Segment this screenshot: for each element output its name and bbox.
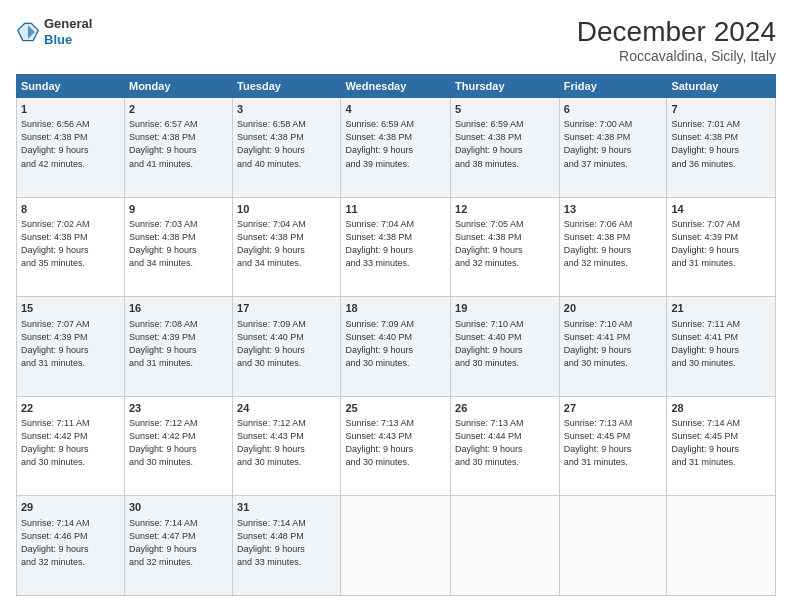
day-info: Sunrise: 7:09 AMSunset: 4:40 PMDaylight:…: [345, 318, 446, 370]
day-info: Sunrise: 7:04 AMSunset: 4:38 PMDaylight:…: [345, 218, 446, 270]
page: General Blue December 2024 Roccavaldina,…: [0, 0, 792, 612]
calendar-cell: 10Sunrise: 7:04 AMSunset: 4:38 PMDayligh…: [233, 197, 341, 297]
calendar-cell: 16Sunrise: 7:08 AMSunset: 4:39 PMDayligh…: [124, 297, 232, 397]
day-number: 20: [564, 301, 663, 316]
day-info: Sunrise: 7:10 AMSunset: 4:41 PMDaylight:…: [564, 318, 663, 370]
week-row-3: 15Sunrise: 7:07 AMSunset: 4:39 PMDayligh…: [17, 297, 776, 397]
day-info: Sunrise: 7:01 AMSunset: 4:38 PMDaylight:…: [671, 118, 771, 170]
title-block: December 2024 Roccavaldina, Sicily, Ital…: [577, 16, 776, 64]
calendar-table: SundayMondayTuesdayWednesdayThursdayFrid…: [16, 74, 776, 596]
day-info: Sunrise: 7:13 AMSunset: 4:43 PMDaylight:…: [345, 417, 446, 469]
calendar-cell: 29Sunrise: 7:14 AMSunset: 4:46 PMDayligh…: [17, 496, 125, 596]
day-number: 30: [129, 500, 228, 515]
day-info: Sunrise: 6:59 AMSunset: 4:38 PMDaylight:…: [345, 118, 446, 170]
week-row-1: 1Sunrise: 6:56 AMSunset: 4:38 PMDaylight…: [17, 98, 776, 198]
day-number: 29: [21, 500, 120, 515]
day-of-week-tuesday: Tuesday: [233, 75, 341, 98]
day-info: Sunrise: 6:58 AMSunset: 4:38 PMDaylight:…: [237, 118, 336, 170]
calendar-cell: 25Sunrise: 7:13 AMSunset: 4:43 PMDayligh…: [341, 396, 451, 496]
week-row-5: 29Sunrise: 7:14 AMSunset: 4:46 PMDayligh…: [17, 496, 776, 596]
day-info: Sunrise: 7:07 AMSunset: 4:39 PMDaylight:…: [21, 318, 120, 370]
day-number: 4: [345, 102, 446, 117]
calendar-cell: 1Sunrise: 6:56 AMSunset: 4:38 PMDaylight…: [17, 98, 125, 198]
location: Roccavaldina, Sicily, Italy: [577, 48, 776, 64]
day-number: 7: [671, 102, 771, 117]
day-number: 9: [129, 202, 228, 217]
week-row-2: 8Sunrise: 7:02 AMSunset: 4:38 PMDaylight…: [17, 197, 776, 297]
calendar-cell: 19Sunrise: 7:10 AMSunset: 4:40 PMDayligh…: [451, 297, 560, 397]
day-number: 2: [129, 102, 228, 117]
day-number: 18: [345, 301, 446, 316]
day-of-week-sunday: Sunday: [17, 75, 125, 98]
header: General Blue December 2024 Roccavaldina,…: [16, 16, 776, 64]
day-info: Sunrise: 7:08 AMSunset: 4:39 PMDaylight:…: [129, 318, 228, 370]
day-number: 1: [21, 102, 120, 117]
days-of-week-row: SundayMondayTuesdayWednesdayThursdayFrid…: [17, 75, 776, 98]
day-number: 21: [671, 301, 771, 316]
calendar-cell: [451, 496, 560, 596]
calendar-cell: 21Sunrise: 7:11 AMSunset: 4:41 PMDayligh…: [667, 297, 776, 397]
day-info: Sunrise: 7:02 AMSunset: 4:38 PMDaylight:…: [21, 218, 120, 270]
day-number: 17: [237, 301, 336, 316]
calendar-cell: 15Sunrise: 7:07 AMSunset: 4:39 PMDayligh…: [17, 297, 125, 397]
calendar-cell: 28Sunrise: 7:14 AMSunset: 4:45 PMDayligh…: [667, 396, 776, 496]
calendar-cell: 8Sunrise: 7:02 AMSunset: 4:38 PMDaylight…: [17, 197, 125, 297]
calendar-cell: 13Sunrise: 7:06 AMSunset: 4:38 PMDayligh…: [559, 197, 667, 297]
day-info: Sunrise: 7:12 AMSunset: 4:43 PMDaylight:…: [237, 417, 336, 469]
day-info: Sunrise: 7:10 AMSunset: 4:40 PMDaylight:…: [455, 318, 555, 370]
day-info: Sunrise: 7:03 AMSunset: 4:38 PMDaylight:…: [129, 218, 228, 270]
calendar-cell: 20Sunrise: 7:10 AMSunset: 4:41 PMDayligh…: [559, 297, 667, 397]
calendar-cell: 5Sunrise: 6:59 AMSunset: 4:38 PMDaylight…: [451, 98, 560, 198]
calendar-cell: [667, 496, 776, 596]
day-info: Sunrise: 7:11 AMSunset: 4:42 PMDaylight:…: [21, 417, 120, 469]
calendar-cell: 30Sunrise: 7:14 AMSunset: 4:47 PMDayligh…: [124, 496, 232, 596]
day-info: Sunrise: 7:06 AMSunset: 4:38 PMDaylight:…: [564, 218, 663, 270]
day-of-week-friday: Friday: [559, 75, 667, 98]
day-of-week-thursday: Thursday: [451, 75, 560, 98]
calendar-cell: 12Sunrise: 7:05 AMSunset: 4:38 PMDayligh…: [451, 197, 560, 297]
day-info: Sunrise: 7:12 AMSunset: 4:42 PMDaylight:…: [129, 417, 228, 469]
calendar-cell: 7Sunrise: 7:01 AMSunset: 4:38 PMDaylight…: [667, 98, 776, 198]
day-info: Sunrise: 6:59 AMSunset: 4:38 PMDaylight:…: [455, 118, 555, 170]
day-info: Sunrise: 7:14 AMSunset: 4:47 PMDaylight:…: [129, 517, 228, 569]
day-number: 31: [237, 500, 336, 515]
calendar-cell: 22Sunrise: 7:11 AMSunset: 4:42 PMDayligh…: [17, 396, 125, 496]
calendar-cell: 11Sunrise: 7:04 AMSunset: 4:38 PMDayligh…: [341, 197, 451, 297]
calendar-cell: 17Sunrise: 7:09 AMSunset: 4:40 PMDayligh…: [233, 297, 341, 397]
day-number: 11: [345, 202, 446, 217]
day-number: 28: [671, 401, 771, 416]
day-number: 6: [564, 102, 663, 117]
logo-general-text: General: [44, 16, 92, 32]
day-number: 22: [21, 401, 120, 416]
day-of-week-wednesday: Wednesday: [341, 75, 451, 98]
day-info: Sunrise: 7:13 AMSunset: 4:44 PMDaylight:…: [455, 417, 555, 469]
calendar-cell: 2Sunrise: 6:57 AMSunset: 4:38 PMDaylight…: [124, 98, 232, 198]
calendar-cell: 31Sunrise: 7:14 AMSunset: 4:48 PMDayligh…: [233, 496, 341, 596]
logo-blue-text: Blue: [44, 32, 92, 48]
day-of-week-saturday: Saturday: [667, 75, 776, 98]
day-number: 27: [564, 401, 663, 416]
day-number: 12: [455, 202, 555, 217]
calendar-body: 1Sunrise: 6:56 AMSunset: 4:38 PMDaylight…: [17, 98, 776, 596]
calendar-cell: 14Sunrise: 7:07 AMSunset: 4:39 PMDayligh…: [667, 197, 776, 297]
day-info: Sunrise: 7:14 AMSunset: 4:45 PMDaylight:…: [671, 417, 771, 469]
day-info: Sunrise: 6:56 AMSunset: 4:38 PMDaylight:…: [21, 118, 120, 170]
day-info: Sunrise: 7:07 AMSunset: 4:39 PMDaylight:…: [671, 218, 771, 270]
logo-icon: [16, 20, 40, 44]
calendar-cell: 9Sunrise: 7:03 AMSunset: 4:38 PMDaylight…: [124, 197, 232, 297]
calendar-cell: [559, 496, 667, 596]
day-number: 25: [345, 401, 446, 416]
day-info: Sunrise: 7:05 AMSunset: 4:38 PMDaylight:…: [455, 218, 555, 270]
logo: General Blue: [16, 16, 92, 47]
day-info: Sunrise: 7:14 AMSunset: 4:46 PMDaylight:…: [21, 517, 120, 569]
day-of-week-monday: Monday: [124, 75, 232, 98]
calendar-cell: 26Sunrise: 7:13 AMSunset: 4:44 PMDayligh…: [451, 396, 560, 496]
day-info: Sunrise: 7:11 AMSunset: 4:41 PMDaylight:…: [671, 318, 771, 370]
calendar-cell: 18Sunrise: 7:09 AMSunset: 4:40 PMDayligh…: [341, 297, 451, 397]
day-number: 5: [455, 102, 555, 117]
day-number: 23: [129, 401, 228, 416]
calendar-cell: 3Sunrise: 6:58 AMSunset: 4:38 PMDaylight…: [233, 98, 341, 198]
calendar-cell: 24Sunrise: 7:12 AMSunset: 4:43 PMDayligh…: [233, 396, 341, 496]
calendar-cell: [341, 496, 451, 596]
day-info: Sunrise: 7:00 AMSunset: 4:38 PMDaylight:…: [564, 118, 663, 170]
